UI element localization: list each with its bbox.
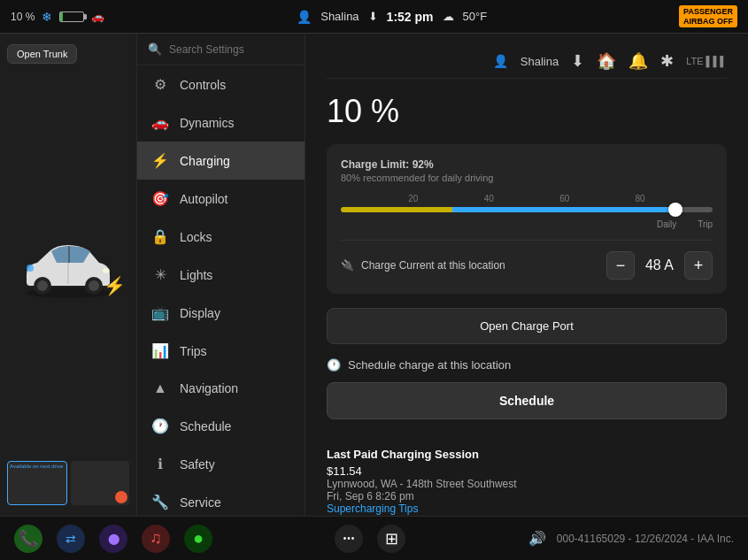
grid-button[interactable]: ⊞ <box>377 525 405 553</box>
svg-point-7 <box>103 268 110 273</box>
charge-current-label: 🔌 Charge Current at this location <box>341 259 505 272</box>
circle-icon: ⬤ <box>108 533 120 545</box>
dynamics-icon: 🚗 <box>151 114 169 131</box>
spotify-button[interactable]: ● <box>184 525 212 553</box>
sidebar-item-dynamics[interactable]: 🚗 Dynamics <box>137 104 305 142</box>
battery-bar <box>59 12 84 22</box>
charge-current-row: 🔌 Charge Current at this location − 48 A… <box>341 251 713 280</box>
slider-thumb[interactable] <box>668 203 682 217</box>
driver-name-status: Shalina <box>320 10 359 23</box>
sidebar-label-trips: Trips <box>180 344 207 358</box>
sidebar-item-trips[interactable]: 📊 Trips <box>137 332 305 370</box>
svg-point-8 <box>27 265 34 272</box>
last-session-amount: $11.54 <box>327 464 727 478</box>
weather-icon: ☁ <box>443 10 454 23</box>
red-badge: ! <box>115 491 127 503</box>
daily-label: Daily <box>657 219 676 229</box>
charge-indicator-icon: ⚡ <box>104 275 126 296</box>
search-bar: 🔍 <box>137 34 305 65</box>
sidebar-label-lights: Lights <box>180 268 212 282</box>
driver-person-icon: 👤 <box>297 10 312 24</box>
charge-current-value: 48 A <box>645 257 674 273</box>
sidebar-label-autopilot: Autopilot <box>180 192 227 206</box>
sidebar-item-safety[interactable]: ℹ Safety <box>137 445 305 483</box>
open-charge-port-button[interactable]: Open Charge Port <box>327 308 727 344</box>
increase-current-button[interactable]: + <box>684 251 713 280</box>
phone-icon: 📞 <box>19 529 38 548</box>
sidebar-label-navigation: Navigation <box>180 381 238 395</box>
sidebar-item-display[interactable]: 📺 Display <box>137 294 305 332</box>
header-bell-icon[interactable]: 🔔 <box>628 51 648 71</box>
taskbar-center: ••• ⊞ <box>335 525 405 553</box>
taskbar-left: 📞 ⇄ ⬤ ♫ ● <box>14 525 212 553</box>
copyright-text: 000-41165029 - 12/26/2024 - IAA Inc. <box>557 533 734 545</box>
service-icon: 🔧 <box>151 494 169 510</box>
search-input[interactable] <box>169 43 302 56</box>
lights-icon: ✳ <box>151 266 169 283</box>
trips-icon: 📊 <box>151 342 169 359</box>
schedule-clock-icon: 🕐 <box>327 358 341 372</box>
sidebar-label-service: Service <box>180 495 221 510</box>
status-bar: 10 % ❄ 🚗 👤 Shalina ⬇ 1:52 pm ☁ 50°F PASS… <box>0 0 748 34</box>
shuffle-icon: ⇄ <box>66 532 76 546</box>
dots-icon: ••• <box>343 533 356 543</box>
sidebar-item-charging[interactable]: ⚡ Charging <box>137 142 305 180</box>
sidebar-label-schedule: Schedule <box>180 419 231 433</box>
sidebar-label-locks: Locks <box>180 230 212 244</box>
taskbar: 📞 ⇄ ⬤ ♫ ● ••• ⊞ 🔊 000-41165029 - 12/26/2… <box>0 516 748 560</box>
slider-markers: 20 40 60 80 <box>341 194 713 203</box>
charge-slider[interactable] <box>341 207 713 212</box>
open-trunk-button[interactable]: Open Trunk <box>7 44 77 64</box>
navigation-icon: ▲ <box>151 380 169 396</box>
sidebar-item-lights[interactable]: ✳ Lights <box>137 256 305 294</box>
airbag-badge: PASSENGER AIRBAG OFF <box>679 5 737 28</box>
volume-icon[interactable]: 🔊 <box>528 530 546 547</box>
status-left: 10 % ❄ 🚗 <box>11 10 104 24</box>
schedule-header: 🕐 Schedule charge at this location <box>327 358 727 372</box>
locks-icon: 🔒 <box>151 228 169 245</box>
clock: 1:52 pm <box>387 10 434 24</box>
music-button[interactable]: ♫ <box>142 525 170 553</box>
charge-current-control: − 48 A + <box>606 251 713 280</box>
car-image-container <box>19 71 117 461</box>
last-session-title: Last Paid Charging Session <box>327 448 727 461</box>
sidebar-item-locks[interactable]: 🔒 Locks <box>137 218 305 256</box>
last-session-date: Fri, Sep 6 8:26 pm <box>327 490 727 502</box>
last-session-section: Last Paid Charging Session $11.54 Lynnwo… <box>327 448 727 515</box>
battery-percent: 10 % <box>11 11 35 23</box>
content-header: 👤 Shalina ⬇ 🏠 🔔 ✱ LTE ▌▌▌ <box>327 51 727 79</box>
header-download-icon: ⬇ <box>571 51 584 71</box>
trip-label: Trip <box>698 219 713 229</box>
status-center: 👤 Shalina ⬇ 1:52 pm ☁ 50°F <box>297 10 487 24</box>
download-status-icon: ⬇ <box>368 10 378 23</box>
charging-icon: ⚡ <box>151 152 169 169</box>
dots-button[interactable]: ••• <box>335 525 363 553</box>
lte-signal: LTE ▌▌▌ <box>686 56 727 66</box>
app-button[interactable]: ⬤ <box>99 525 127 553</box>
sidebar-item-autopilot[interactable]: 🎯 Autopilot <box>137 180 305 218</box>
sidebar-item-controls[interactable]: ⚙ Controls <box>137 65 305 104</box>
shuffle-button[interactable]: ⇄ <box>57 525 85 553</box>
phone-button[interactable]: 📞 <box>14 525 42 553</box>
safety-icon: ℹ <box>151 456 169 472</box>
thumbnail-2: ! <box>71 461 129 505</box>
charge-card: Charge Limit: 92% 80% recommended for da… <box>327 144 727 294</box>
settings-sidebar: 🔍 ⚙ Controls 🚗 Dynamics ⚡ Charging 🎯 Aut… <box>137 34 305 516</box>
sidebar-item-service[interactable]: 🔧 Service <box>137 483 305 516</box>
music-icon: ♫ <box>150 529 162 548</box>
sidebar-item-schedule[interactable]: 🕐 Schedule <box>137 407 305 445</box>
supercharging-tips-link[interactable]: Supercharging Tips <box>327 502 727 515</box>
charge-percentage: 10 % <box>327 93 727 130</box>
sidebar-label-safety: Safety <box>180 457 215 472</box>
sidebar-item-navigation[interactable]: ▲ Navigation <box>137 370 305 407</box>
schedule-button[interactable]: Schedule <box>327 382 727 419</box>
content-panel: 👤 Shalina ⬇ 🏠 🔔 ✱ LTE ▌▌▌ 10 % Charge Li… <box>305 34 748 516</box>
schedule-section: 🕐 Schedule charge at this location Sched… <box>327 358 727 433</box>
header-icons: 👤 Shalina ⬇ 🏠 🔔 ✱ LTE ▌▌▌ <box>493 51 727 71</box>
thumbnail-1: Available on next drive <box>7 461 67 505</box>
battery-fill <box>60 12 63 21</box>
decrease-current-button[interactable]: − <box>606 251 635 280</box>
header-home-icon[interactable]: 🏠 <box>597 51 616 71</box>
slider-labels: Daily Trip <box>341 219 713 229</box>
temperature: 50°F <box>463 10 488 23</box>
